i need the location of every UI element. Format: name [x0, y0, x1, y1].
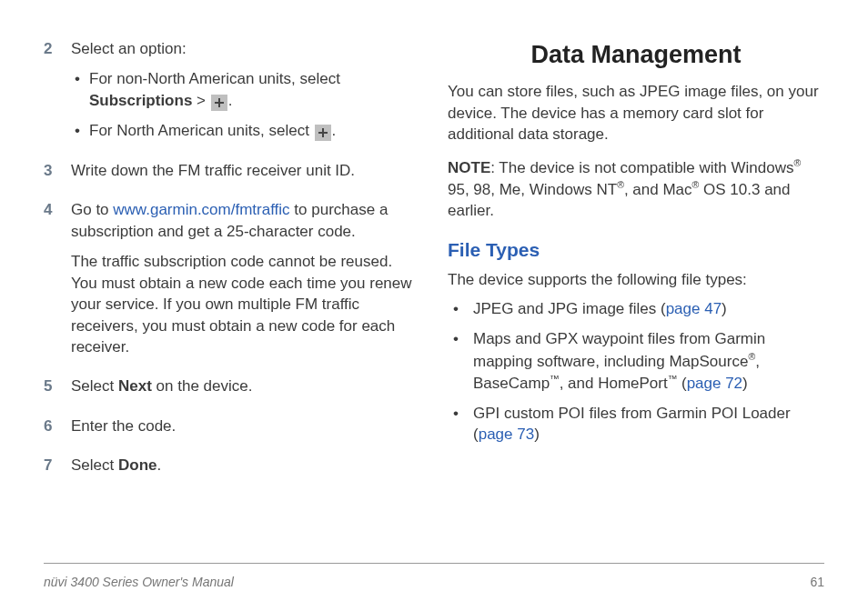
text: ) — [534, 426, 540, 443]
footer-rule — [44, 563, 824, 564]
step-6: 6 Enter the code. — [44, 416, 420, 446]
text: JPEG and JPG image files ( — [473, 300, 666, 317]
text: Go to — [71, 201, 113, 218]
step-7: 7 Select Done. — [44, 455, 420, 485]
step-number: 4 — [44, 199, 71, 366]
step-number: 6 — [44, 416, 71, 446]
compatibility-note: NOTE: The device is not compatible with … — [448, 156, 824, 222]
step-2-option-na: For North American units, select . — [71, 120, 420, 141]
note-label: NOTE — [448, 158, 490, 175]
text: . — [228, 92, 233, 109]
text: ) — [722, 300, 727, 317]
step-body: Select Done. — [71, 455, 420, 485]
step-number: 2 — [44, 38, 71, 151]
page-number: 61 — [810, 575, 824, 589]
step-number: 7 — [44, 455, 71, 485]
text: Maps and GPX waypoint files from Garmin … — [473, 330, 765, 369]
step-5: 5 Select Next on the device. — [44, 376, 420, 406]
step-2-option-non-na: For non-North American units, select Sub… — [71, 68, 420, 111]
step-body: Select Next on the device. — [71, 376, 420, 406]
registered-mark: ® — [793, 157, 801, 168]
right-column: Data Management You can store files, suc… — [442, 38, 824, 547]
step-2: 2 Select an option: For non-North Americ… — [44, 38, 420, 151]
text: ( — [677, 374, 686, 391]
page-47-link[interactable]: page 47 — [666, 300, 722, 317]
step-number: 3 — [44, 160, 71, 190]
trademark-mark: ™ — [668, 373, 678, 384]
text: on the device. — [152, 377, 253, 395]
left-column: 2 Select an option: For non-North Americ… — [44, 38, 420, 547]
step-3: 3 Write down the FM traffic receiver uni… — [44, 160, 420, 190]
text: , and HomePort — [560, 374, 668, 391]
file-type-jpeg: JPEG and JPG image files (page 47) — [448, 298, 824, 319]
step-4-para-2: The traffic subscription code cannot be … — [71, 251, 420, 357]
section-heading-data-management: Data Management — [448, 38, 824, 72]
text: ) — [742, 374, 748, 391]
text: . — [156, 456, 161, 474]
file-type-gpi: GPI custom POI files from Garmin POI Loa… — [448, 403, 824, 446]
step-body: Enter the code. — [71, 416, 420, 446]
text: : The device is not compatible with Wind… — [490, 158, 793, 175]
step-2-intro: Select an option: — [71, 38, 420, 59]
step-3-text: Write down the FM traffic receiver unit … — [71, 160, 420, 181]
file-types-intro: The device supports the following file t… — [448, 269, 824, 290]
registered-mark: ® — [617, 179, 624, 190]
step-number: 5 — [44, 376, 71, 406]
step-5-text: Select Next on the device. — [71, 376, 420, 396]
text: . — [332, 122, 337, 139]
step-2-options: For non-North American units, select Sub… — [71, 68, 420, 141]
step-body: Go to www.garmin.com/fmtraffic to purcha… — [71, 199, 420, 366]
trademark-mark: ™ — [550, 373, 560, 384]
next-label: Next — [118, 377, 152, 395]
text: For North American units, select — [89, 122, 314, 139]
plus-icon — [211, 95, 227, 111]
page-footer: nüvi 3400 Series Owner's Manual 61 — [44, 575, 824, 589]
step-7-text: Select Done. — [71, 455, 420, 476]
text: For non-North American units, select — [89, 70, 340, 87]
text: Select — [71, 456, 118, 474]
text: Select — [71, 377, 118, 395]
text: > — [192, 92, 209, 109]
step-body: Write down the FM traffic receiver unit … — [71, 160, 420, 190]
page-72-link[interactable]: page 72 — [687, 374, 742, 391]
file-type-maps-gpx: Maps and GPX waypoint files from Garmin … — [448, 328, 824, 394]
fmtraffic-link[interactable]: www.garmin.com/fmtraffic — [113, 201, 289, 218]
done-label: Done — [118, 456, 157, 474]
data-management-intro: You can store files, such as JPEG image … — [448, 81, 824, 145]
page-columns: 2 Select an option: For non-North Americ… — [44, 38, 824, 547]
text: 95, 98, Me, Windows NT — [448, 180, 617, 197]
page-73-link[interactable]: page 73 — [479, 426, 534, 443]
text: , and Mac — [624, 180, 692, 197]
plus-icon — [315, 125, 331, 141]
manual-title: nüvi 3400 Series Owner's Manual — [44, 575, 234, 589]
section-heading-file-types: File Types — [448, 237, 824, 264]
step-6-text: Enter the code. — [71, 416, 420, 436]
registered-mark: ® — [748, 351, 755, 362]
subscriptions-label: Subscriptions — [89, 92, 192, 109]
step-4: 4 Go to www.garmin.com/fmtraffic to purc… — [44, 199, 420, 366]
step-4-para-1: Go to www.garmin.com/fmtraffic to purcha… — [71, 199, 420, 242]
step-body: Select an option: For non-North American… — [71, 38, 420, 151]
file-types-list: JPEG and JPG image files (page 47) Maps … — [448, 298, 824, 446]
